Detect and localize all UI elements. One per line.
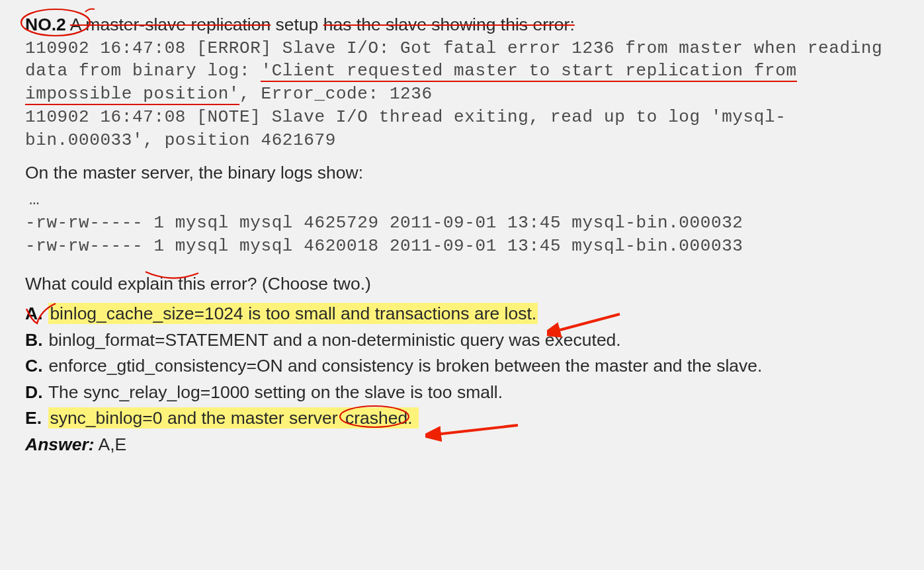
question-header: NO.2 A master-slave replication setup ha… bbox=[25, 13, 899, 37]
log-text-2: 110902 16:47:08 [NOTE] Slave I/O thread … bbox=[25, 106, 899, 152]
option-e-label: E. bbox=[25, 407, 44, 430]
intro-text-1: A master-slave replication bbox=[70, 15, 271, 34]
option-e-text-b: crashed. bbox=[344, 407, 419, 428]
error-log: 110902 16:47:08 [ERROR] Slave I/O: Got f… bbox=[25, 37, 899, 152]
intro-text-2: setup bbox=[271, 15, 323, 34]
question-prompt: What could explain this error? (Choose t… bbox=[25, 272, 899, 296]
option-e-text-a: sync_binlog=0 and the master server bbox=[48, 407, 344, 428]
ls-line-2: -rw-rw----- 1 mysql mysql 4620018 2011-0… bbox=[25, 235, 899, 258]
option-a-label: A. bbox=[25, 302, 44, 326]
answer-value: A,E bbox=[98, 434, 126, 454]
option-d-label: D. bbox=[25, 381, 44, 405]
intro-text-3: has the slave showing this error: bbox=[323, 15, 575, 34]
log-text-1c: , Error_code: 1236 bbox=[239, 84, 433, 104]
ellipsis: … bbox=[29, 188, 899, 212]
option-a: A. binlog_cache_size=1024 is too small a… bbox=[25, 302, 899, 326]
option-b-label: B. bbox=[25, 329, 44, 352]
option-c-text: enforce_gtid_consistency=ON and consiste… bbox=[48, 356, 762, 376]
answer-label: Answer: bbox=[25, 434, 95, 454]
answer-line: Answer: A,E bbox=[25, 433, 899, 457]
option-a-text: binlog_cache_size=1024 is too small and … bbox=[48, 303, 538, 324]
option-e: E. sync_binlog=0 and the master server c… bbox=[25, 407, 899, 430]
option-c: C. enforce_gtid_consistency=ON and consi… bbox=[25, 354, 899, 378]
question-number: NO.2 bbox=[25, 15, 66, 34]
binlog-intro: On the master server, the binary logs sh… bbox=[25, 161, 899, 185]
option-d-text: The sync_relay_log=1000 setting on the s… bbox=[48, 382, 503, 402]
option-b: B. binlog_format=STATEMENT and a non-det… bbox=[25, 329, 899, 352]
option-c-label: C. bbox=[25, 354, 44, 378]
ls-output: … -rw-rw----- 1 mysql mysql 4625729 2011… bbox=[25, 188, 899, 257]
option-b-text: binlog_format=STATEMENT and a non-determ… bbox=[48, 330, 620, 350]
option-d: D. The sync_relay_log=1000 setting on th… bbox=[25, 381, 899, 405]
ls-line-1: -rw-rw----- 1 mysql mysql 4625729 2011-0… bbox=[25, 212, 899, 235]
